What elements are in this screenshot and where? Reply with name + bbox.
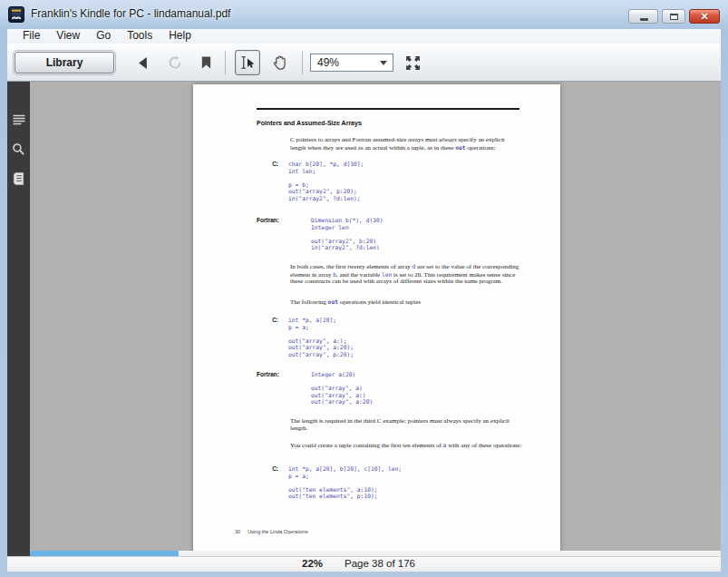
paragraph: You could create a tuple containing the … [290,442,522,450]
paragraph: The length is required in the third C ex… [290,418,522,432]
client-area: File View Go Tools Help Library [7,29,721,572]
app-window: Franklin's Kindle for PC - lindamanual.p… [0,0,728,577]
library-button[interactable]: Library [15,52,114,73]
notes-button[interactable] [12,171,25,190]
code-block-c: int *p, a[20]; p = a; out("array", a:); … [288,317,354,357]
sidebar-rail [7,82,30,556]
code-block-c: char b[20], *p, d[30]; int len; p = b; o… [288,161,364,201]
search-button[interactable] [12,142,25,160]
code-label: Fortran: [257,217,278,223]
bookmark-button[interactable] [200,55,212,70]
section-heading: Pointers and Assumed-Size Arrays [257,120,362,126]
reading-progress: 22% [302,558,323,569]
menu-go[interactable]: Go [88,29,119,44]
toc-button[interactable] [12,112,26,131]
bookmark-icon [200,55,212,70]
menu-tools[interactable]: Tools [119,29,160,44]
code-label: C: [257,161,278,167]
footer-page-number: 30 [235,529,240,534]
paragraph: In both cases, the first twenty elements… [290,263,522,286]
menu-help[interactable]: Help [160,29,199,44]
fit-screen-button[interactable] [405,55,421,71]
paragraph: The following out operations yield ident… [290,298,522,307]
select-tool-button[interactable] [235,50,260,75]
window-title: Franklin's Kindle for PC - lindamanual.p… [31,7,230,20]
close-button[interactable]: ✕ [689,9,720,24]
menu-view[interactable]: View [48,29,88,44]
toolbar: Library [7,44,721,82]
back-arrow-icon [136,56,150,70]
paragraph: C pointers to arrays and Fortran assumed… [290,137,522,152]
sync-button[interactable] [167,54,183,71]
main-area: Pointers and Assumed-Size Arrays C point… [7,82,721,556]
ibeam-cursor-icon [239,54,256,71]
expand-arrows-icon [405,55,421,71]
minimize-button[interactable] [628,9,658,24]
hand-icon [271,54,289,72]
minimize-icon [640,18,648,21]
hand-tool-button[interactable] [271,54,289,72]
code-label: C: [257,465,278,472]
zoom-dropdown[interactable]: 49% [310,54,393,72]
library-button-ring: Library [13,50,116,75]
menu-file[interactable]: File [15,29,48,44]
search-icon [12,142,25,156]
code-label: C: [257,317,278,323]
page-indicator: Page 38 of 176 [345,558,415,569]
toc-list-icon [12,112,26,127]
header-rule [257,108,519,110]
close-icon: ✕ [690,10,719,23]
document-area[interactable]: Pointers and Assumed-Size Arrays C point… [30,82,721,556]
menu-bar: File View Go Tools Help [7,29,721,44]
code-block-c: int *p, a[20], b[20], c[10], len; p = a;… [288,465,402,500]
refresh-icon [167,54,183,71]
chevron-down-icon [380,61,387,65]
window-controls: ✕ [625,9,720,24]
titlebar[interactable]: Franklin's Kindle for PC - lindamanual.p… [0,0,728,29]
toolbar-separator [302,51,303,74]
footer-chapter-title: Using the Linda Operations [248,529,308,534]
notes-page-icon [12,171,25,186]
pdf-page: Pointers and Assumed-Size Arrays C point… [193,84,560,556]
back-button[interactable] [136,56,150,70]
kindle-app-icon [8,6,24,23]
status-bar: 22% Page 38 of 176 [7,556,721,572]
code-label: Fortran: [257,371,278,377]
toolbar-separator [225,51,226,74]
code-block-fortran: Integer a(20) out("array", a) out("array… [311,371,373,406]
code-block-fortran: Dimension b(*), d(30) Integer len out("a… [311,217,383,251]
page-footer: 30Using the Linda Operations [235,529,308,534]
maximize-icon [670,14,678,20]
zoom-value: 49% [317,56,339,69]
maximize-button[interactable] [662,9,685,24]
